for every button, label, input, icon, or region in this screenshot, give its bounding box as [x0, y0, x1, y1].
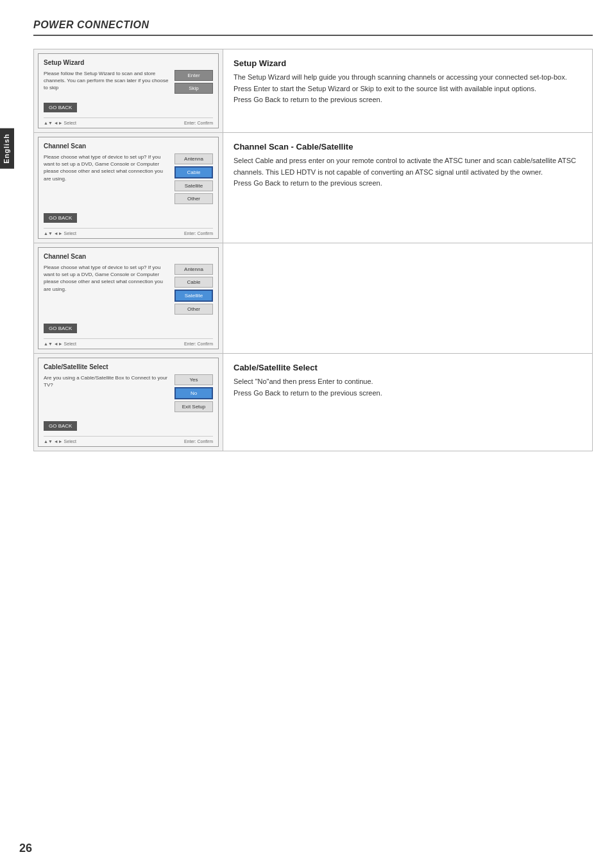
- main-content-table: Setup Wizard Please follow the Setup Wiz…: [33, 49, 593, 451]
- desc-heading-channel-scan-cable: Channel Scan - Cable/Satellite: [234, 142, 582, 152]
- screen-body-setup-wizard: Please follow the Setup Wizard to scan a…: [44, 70, 213, 94]
- screen-panel-cable-satellite-select: Cable/Satellite Select Are you using a C…: [34, 354, 223, 451]
- desc-text-channel-scan-cable: Select Cable and press enter on your rem…: [234, 155, 582, 189]
- screen-text-cable-satellite-select: Are you using a Cable/Satellite Box to C…: [44, 374, 171, 412]
- language-tab: English: [0, 128, 14, 169]
- btn-no[interactable]: No: [174, 387, 213, 399]
- screen-panel-channel-scan-cable: Channel Scan Please choose what type of …: [34, 133, 223, 243]
- section-channel-scan-cable: Channel Scan Please choose what type of …: [34, 133, 593, 243]
- footer-confirm-csat: Enter: Confirm: [184, 342, 213, 346]
- header-divider: [33, 35, 593, 36]
- screen-buttons-channel-scan-satellite: Antenna Cable Satellite Other: [174, 264, 213, 315]
- screen-footer-channel-scan-satellite: ▲▼ ◄► Select Enter: Confirm: [44, 338, 213, 346]
- screen-footer-cable-satellite-select: ▲▼ ◄► Select Enter: Confirm: [44, 436, 213, 444]
- screen-buttons-setup-wizard: Enter Skip: [174, 70, 213, 94]
- footer-select-css: ▲▼ ◄► Select: [44, 439, 76, 444]
- footer-confirm-cs: Enter: Confirm: [184, 231, 213, 236]
- btn-yes[interactable]: Yes: [174, 374, 213, 385]
- screen-body-channel-scan-cable: Please choose what type of device to set…: [44, 153, 213, 204]
- screen-panel-setup-wizard: Setup Wizard Please follow the Setup Wiz…: [34, 49, 223, 133]
- desc-panel-channel-scan-satellite: [223, 243, 593, 354]
- screen-buttons-channel-scan-cable: Antenna Cable Satellite Other: [174, 153, 213, 204]
- btn-other-cable[interactable]: Other: [174, 193, 213, 204]
- footer-select-csat: ▲▼ ◄► Select: [44, 342, 76, 346]
- btn-satellite[interactable]: Satellite: [174, 290, 213, 302]
- screen-box-cable-satellite-select: Cable/Satellite Select Are you using a C…: [38, 358, 219, 447]
- btn-antenna-cable[interactable]: Antenna: [174, 153, 213, 164]
- go-back-btn-setup-wizard[interactable]: GO BACK: [44, 103, 77, 112]
- section-cable-satellite-select: Cable/Satellite Select Are you using a C…: [34, 354, 593, 451]
- page-number: 26: [19, 842, 32, 855]
- screen-title-channel-scan-satellite: Channel Scan: [44, 253, 213, 260]
- screen-panel-channel-scan-satellite: Channel Scan Please choose what type of …: [34, 243, 223, 354]
- section-channel-scan-satellite: Channel Scan Please choose what type of …: [34, 243, 593, 354]
- screen-body-channel-scan-satellite: Please choose what type of device to set…: [44, 264, 213, 315]
- btn-enter[interactable]: Enter: [174, 70, 213, 81]
- go-back-btn-channel-scan-satellite[interactable]: GO BACK: [44, 324, 77, 333]
- section-setup-wizard: Setup Wizard Please follow the Setup Wiz…: [34, 49, 593, 133]
- go-back-btn-channel-scan-cable[interactable]: GO BACK: [44, 213, 77, 223]
- footer-select-cs: ▲▼ ◄► Select: [44, 231, 76, 236]
- btn-exit-setup[interactable]: Exit Setup: [174, 401, 213, 412]
- footer-select-setup: ▲▼ ◄► Select: [44, 121, 76, 125]
- btn-satellite-cable[interactable]: Satellite: [174, 180, 213, 191]
- desc-panel-channel-scan-cable: Channel Scan - Cable/Satellite Select Ca…: [223, 133, 593, 243]
- screen-box-channel-scan-cable: Channel Scan Please choose what type of …: [38, 137, 219, 239]
- desc-heading-cable-satellite-select: Cable/Satellite Select: [234, 363, 582, 372]
- btn-skip[interactable]: Skip: [174, 83, 213, 94]
- screen-footer-setup-wizard: ▲▼ ◄► Select Enter: Confirm: [44, 117, 213, 125]
- footer-confirm-css: Enter: Confirm: [184, 439, 213, 444]
- screen-buttons-cable-satellite-select: Yes No Exit Setup: [174, 374, 213, 412]
- screen-box-channel-scan-satellite: Channel Scan Please choose what type of …: [38, 247, 219, 349]
- go-back-btn-cable-satellite-select[interactable]: GO BACK: [44, 421, 77, 431]
- screen-body-cable-satellite-select: Are you using a Cable/Satellite Box to C…: [44, 374, 213, 412]
- desc-heading-setup-wizard: Setup Wizard: [234, 58, 582, 68]
- screen-title-cable-satellite-select: Cable/Satellite Select: [44, 363, 213, 370]
- desc-panel-cable-satellite-select: Cable/Satellite Select Select "No"and th…: [223, 354, 593, 451]
- btn-cable[interactable]: Cable: [174, 166, 213, 178]
- desc-panel-setup-wizard: Setup Wizard The Setup Wizard will help …: [223, 49, 593, 133]
- btn-cable-satellite[interactable]: Cable: [174, 277, 213, 288]
- footer-confirm-setup: Enter: Confirm: [184, 121, 213, 125]
- screen-box-setup-wizard: Setup Wizard Please follow the Setup Wiz…: [38, 53, 219, 128]
- screen-title-channel-scan-cable: Channel Scan: [44, 143, 213, 150]
- desc-text-setup-wizard: The Setup Wizard will help guide you thr…: [234, 72, 582, 106]
- btn-antenna-satellite[interactable]: Antenna: [174, 264, 213, 275]
- desc-text-cable-satellite-select: Select "No"and then press Enter to conti…: [234, 376, 582, 399]
- page-title: POWER CONNECTION: [33, 19, 593, 31]
- screen-text-channel-scan-satellite: Please choose what type of device to set…: [44, 264, 171, 315]
- screen-footer-channel-scan-cable: ▲▼ ◄► Select Enter: Confirm: [44, 228, 213, 236]
- page-header: POWER CONNECTION: [33, 19, 593, 36]
- btn-other-satellite[interactable]: Other: [174, 304, 213, 315]
- screen-text-setup-wizard: Please follow the Setup Wizard to scan a…: [44, 70, 171, 94]
- screen-text-channel-scan-cable: Please choose what type of device to set…: [44, 153, 171, 204]
- screen-title-setup-wizard: Setup Wizard: [44, 59, 213, 66]
